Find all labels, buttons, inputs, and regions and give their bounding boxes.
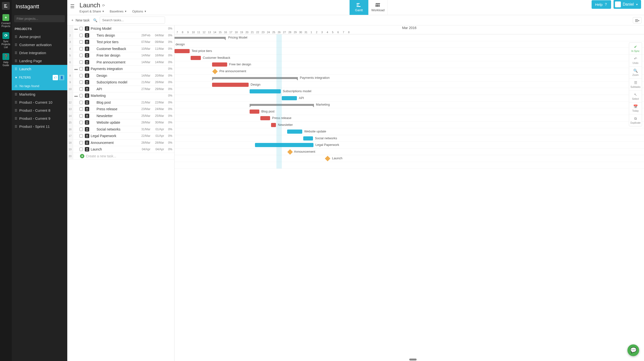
milestone-icon[interactable]	[325, 156, 330, 161]
assignee-icon[interactable]	[85, 100, 89, 105]
day-header[interactable]: 16	[223, 30, 228, 34]
task-checkbox[interactable]	[79, 27, 83, 30]
task-row[interactable]: 14Newsletter25/Mar25/Mar0%	[67, 113, 174, 120]
day-header[interactable]: 7	[174, 30, 180, 34]
sidebar-project[interactable]: ☰Product - Sprint 11	[12, 122, 67, 131]
day-header[interactable]: 18	[234, 30, 239, 34]
task-row[interactable]: 12Blog post21/Mar22/Mar0%	[67, 99, 174, 106]
collapse-icon[interactable]: ▬	[73, 27, 79, 31]
gantt-bar[interactable]	[250, 110, 259, 114]
sidebar-project[interactable]: ☰Launch	[12, 65, 67, 73]
search-input[interactable]	[100, 17, 165, 24]
gantt-tab[interactable]: Gantt	[350, 0, 368, 15]
select-button[interactable]: ↖Select	[629, 91, 642, 103]
day-header[interactable]: 26	[276, 30, 282, 34]
new-task-button[interactable]: ＋New task	[70, 17, 91, 24]
sidebar-project[interactable]: ☰Product - Current 8	[12, 106, 67, 114]
task-row[interactable]: 6Pre announcement14/Mar14/Mar0%	[67, 59, 174, 66]
task-checkbox[interactable]	[79, 61, 83, 64]
gantt-scrollbar[interactable]	[409, 358, 416, 360]
task-row[interactable]: 3Test price tiers07/Mar09/Mar0%	[67, 39, 174, 46]
app-logo-icon[interactable]	[2, 2, 10, 10]
task-checkbox[interactable]	[79, 81, 83, 84]
zoom-button[interactable]: 🔍Zoom	[629, 67, 642, 79]
assignee-icon[interactable]	[85, 141, 89, 145]
day-header[interactable]: 27	[282, 30, 287, 34]
task-row[interactable]: ▬Pricing Model0%	[67, 25, 174, 32]
task-row[interactable]: 9Subscriptions model21/Mar26/Mar0%	[67, 79, 174, 86]
columns-toggle[interactable]: ▥▾	[633, 17, 642, 24]
day-header[interactable]: 5	[330, 30, 336, 34]
day-header[interactable]: 17	[228, 30, 234, 34]
task-checkbox[interactable]	[79, 47, 83, 51]
day-header[interactable]: 20	[244, 30, 250, 34]
sync-projects-button[interactable]: ⟳Sync Projects List	[2, 32, 10, 49]
task-checkbox[interactable]	[79, 54, 83, 57]
day-header[interactable]: 8	[346, 30, 352, 34]
task-row[interactable]: 5Free tier design14/Mar16/Mar0%	[67, 52, 174, 59]
assignee-icon[interactable]	[85, 120, 89, 125]
filter-projects-input[interactable]: Filter projects...	[14, 15, 65, 22]
day-header[interactable]: 8	[180, 30, 185, 34]
task-checkbox[interactable]	[79, 141, 83, 144]
menu-toggle-icon[interactable]: ☰	[67, 0, 78, 13]
task-checkbox[interactable]	[79, 87, 83, 91]
assignee-icon[interactable]	[85, 60, 89, 64]
gantt-bar[interactable]	[282, 96, 297, 100]
today-button[interactable]: 📅Today	[629, 103, 642, 114]
milestone-icon[interactable]	[212, 69, 218, 74]
task-checkbox[interactable]	[79, 114, 83, 118]
sidebar-project[interactable]: ☰Customer activation	[12, 41, 67, 49]
task-row[interactable]: 4Customer feedback10/Mar11/Mar0%	[67, 46, 174, 53]
day-header[interactable]: 25	[271, 30, 276, 34]
collapse-icon[interactable]: ▬	[73, 94, 79, 98]
task-row[interactable]: ▬Marketing0%	[67, 93, 174, 99]
gantt-bar[interactable]	[260, 116, 270, 120]
help-button[interactable]: Help？	[592, 0, 611, 9]
task-checkbox[interactable]	[79, 67, 83, 71]
day-header[interactable]: 10	[190, 30, 196, 34]
day-header[interactable]: 28	[287, 30, 292, 34]
duplicate-button[interactable]: ⧉Duplicate	[629, 114, 642, 126]
day-header[interactable]: 12	[201, 30, 207, 34]
task-checkbox[interactable]	[79, 107, 83, 111]
assignee-icon[interactable]	[85, 107, 89, 111]
assignee-icon[interactable]	[85, 47, 89, 51]
gantt-bar[interactable]	[212, 63, 227, 67]
assignee-icon[interactable]	[85, 40, 89, 44]
day-header[interactable]: 4	[325, 30, 330, 34]
workload-tab[interactable]: Workload	[368, 0, 388, 15]
day-header[interactable]: 14	[212, 30, 218, 34]
gantt-bar[interactable]	[250, 89, 281, 93]
gantt-bar[interactable]	[255, 143, 314, 147]
task-checkbox[interactable]	[79, 94, 83, 97]
task-checkbox[interactable]	[79, 40, 83, 44]
task-row[interactable]: 18Announcement28/Mar28/Mar0%	[67, 140, 174, 146]
gantt-bar[interactable]	[271, 123, 276, 127]
day-header[interactable]: 13	[207, 30, 212, 34]
day-header[interactable]: 11	[196, 30, 201, 34]
day-header[interactable]: 2	[314, 30, 319, 34]
task-checkbox[interactable]	[79, 134, 83, 138]
undo-button[interactable]: ↶Undo	[629, 55, 642, 67]
create-task-row[interactable]: 20+Create a new task...	[67, 153, 174, 160]
assignee-icon[interactable]	[85, 53, 89, 58]
task-checkbox[interactable]	[79, 148, 83, 151]
sidebar-project[interactable]: ☰Landing Page	[12, 57, 67, 65]
task-row[interactable]: ▬Payments integration0%	[67, 66, 174, 73]
person-icon[interactable]: 👤	[59, 75, 64, 80]
task-row[interactable]: 19Launch04/Apr04/Apr0%	[67, 146, 174, 153]
subtasks-button[interactable]: ☰Subtasks	[629, 79, 642, 91]
day-header[interactable]: 6	[336, 30, 341, 34]
task-checkbox[interactable]	[79, 101, 83, 104]
search-icon[interactable]: 🔍	[93, 18, 97, 22]
gantt-bar[interactable]	[303, 136, 313, 141]
gantt-bar[interactable]	[212, 77, 298, 79]
filters-row[interactable]: ▼FILTERS🏷👤	[12, 73, 67, 82]
assignee-icon[interactable]	[85, 33, 89, 38]
task-row[interactable]: 10API27/Mar29/Mar0%	[67, 86, 174, 93]
task-checkbox[interactable]	[79, 74, 83, 77]
day-header[interactable]: 31	[303, 30, 308, 34]
tag-icon[interactable]: 🏷	[53, 75, 58, 80]
assignee-icon[interactable]	[85, 127, 89, 132]
